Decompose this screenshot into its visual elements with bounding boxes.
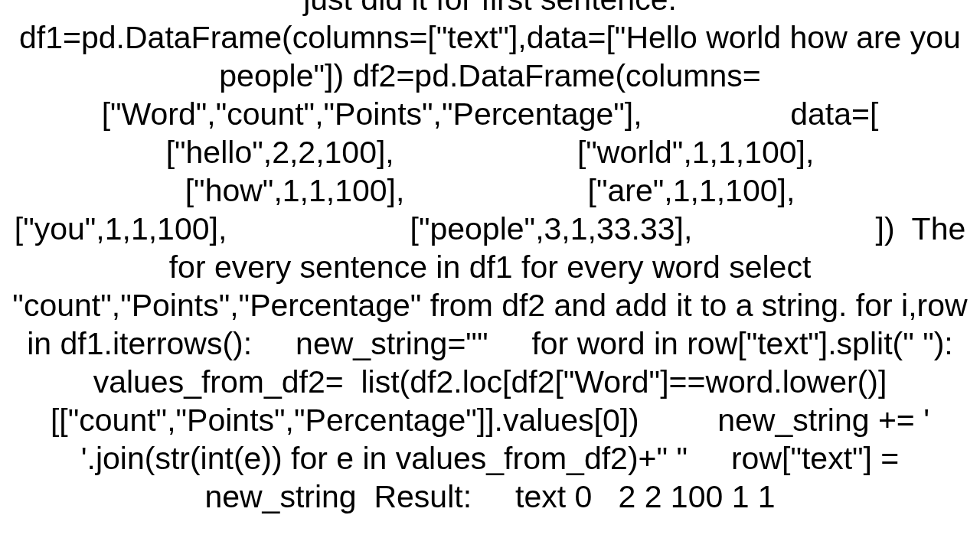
document-body: just did it for first sentence. df1=pd.D… [0,0,980,516]
